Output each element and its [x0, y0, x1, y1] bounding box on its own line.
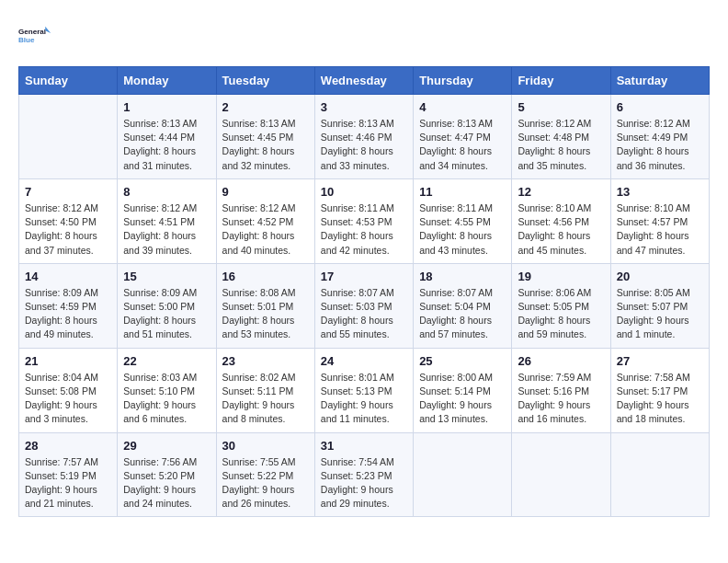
day-number: 2	[222, 100, 309, 114]
day-number: 17	[321, 270, 407, 283]
day-number: 26	[518, 354, 604, 368]
day-info: Sunrise: 8:10 AM Sunset: 4:56 PM Dayligh…	[518, 201, 604, 258]
day-info: Sunrise: 8:03 AM Sunset: 5:10 PM Dayligh…	[123, 371, 210, 427]
day-number: 15	[123, 270, 210, 283]
day-info: Sunrise: 7:54 AM Sunset: 5:23 PM Dayligh…	[321, 455, 407, 511]
day-number: 13	[617, 185, 703, 199]
weekday-header-monday: Monday	[118, 67, 216, 95]
weekday-header-wednesday: Wednesday	[314, 67, 413, 95]
day-number: 1	[123, 100, 210, 114]
weekday-header-friday: Friday	[512, 67, 610, 95]
calendar-week-row: 1Sunrise: 8:13 AM Sunset: 4:44 PM Daylig…	[19, 95, 710, 179]
day-info: Sunrise: 8:09 AM Sunset: 4:59 PM Dayligh…	[25, 286, 111, 342]
weekday-header-saturday: Saturday	[610, 67, 709, 95]
calendar-week-row: 21Sunrise: 8:04 AM Sunset: 5:08 PM Dayli…	[19, 348, 710, 432]
weekday-header-row: SundayMondayTuesdayWednesdayThursdayFrid…	[19, 67, 710, 95]
day-info: Sunrise: 8:07 AM Sunset: 5:04 PM Dayligh…	[419, 286, 506, 342]
calendar-cell: 15Sunrise: 8:09 AM Sunset: 5:00 PM Dayli…	[118, 263, 216, 348]
calendar-cell: 27Sunrise: 7:58 AM Sunset: 5:17 PM Dayli…	[610, 348, 709, 432]
calendar-cell: 23Sunrise: 8:02 AM Sunset: 5:11 PM Dayli…	[216, 348, 314, 432]
calendar-cell: 17Sunrise: 8:07 AM Sunset: 5:03 PM Dayli…	[314, 263, 413, 348]
day-number: 6	[617, 100, 703, 114]
day-number: 11	[419, 185, 506, 199]
calendar-cell: 28Sunrise: 7:57 AM Sunset: 5:19 PM Dayli…	[19, 432, 118, 517]
day-number: 20	[617, 270, 703, 283]
calendar-cell	[19, 95, 118, 179]
day-number: 23	[222, 354, 309, 368]
calendar-cell: 18Sunrise: 8:07 AM Sunset: 5:04 PM Dayli…	[414, 263, 512, 348]
calendar-cell: 25Sunrise: 8:00 AM Sunset: 5:14 PM Dayli…	[414, 348, 512, 432]
calendar-cell	[512, 432, 610, 517]
day-info: Sunrise: 7:57 AM Sunset: 5:19 PM Dayligh…	[25, 455, 111, 511]
calendar-table: SundayMondayTuesdayWednesdayThursdayFrid…	[18, 66, 710, 517]
day-info: Sunrise: 8:13 AM Sunset: 4:47 PM Dayligh…	[419, 117, 506, 173]
calendar-week-row: 28Sunrise: 7:57 AM Sunset: 5:19 PM Dayli…	[19, 432, 710, 517]
day-info: Sunrise: 8:11 AM Sunset: 4:53 PM Dayligh…	[321, 201, 407, 258]
calendar-cell: 9Sunrise: 8:12 AM Sunset: 4:52 PM Daylig…	[216, 178, 314, 263]
calendar-cell: 16Sunrise: 8:08 AM Sunset: 5:01 PM Dayli…	[216, 263, 314, 348]
day-info: Sunrise: 8:12 AM Sunset: 4:51 PM Dayligh…	[123, 201, 210, 258]
calendar-cell: 10Sunrise: 8:11 AM Sunset: 4:53 PM Dayli…	[314, 178, 413, 263]
day-number: 25	[419, 354, 506, 368]
calendar-cell: 5Sunrise: 8:12 AM Sunset: 4:48 PM Daylig…	[512, 95, 610, 179]
calendar-cell: 21Sunrise: 8:04 AM Sunset: 5:08 PM Dayli…	[19, 348, 118, 432]
calendar-cell: 19Sunrise: 8:06 AM Sunset: 5:05 PM Dayli…	[512, 263, 610, 348]
day-info: Sunrise: 8:00 AM Sunset: 5:14 PM Dayligh…	[419, 371, 506, 427]
calendar-cell: 8Sunrise: 8:12 AM Sunset: 4:51 PM Daylig…	[118, 178, 216, 263]
calendar-cell	[610, 432, 709, 517]
day-info: Sunrise: 7:56 AM Sunset: 5:20 PM Dayligh…	[123, 455, 210, 511]
calendar-cell	[414, 432, 512, 517]
logo-icon: GeneralBlue	[18, 18, 51, 52]
day-info: Sunrise: 7:59 AM Sunset: 5:16 PM Dayligh…	[518, 371, 604, 427]
calendar-cell: 14Sunrise: 8:09 AM Sunset: 4:59 PM Dayli…	[19, 263, 118, 348]
day-info: Sunrise: 8:12 AM Sunset: 4:50 PM Dayligh…	[25, 201, 111, 258]
calendar-cell: 2Sunrise: 8:13 AM Sunset: 4:45 PM Daylig…	[216, 95, 314, 179]
calendar-cell: 12Sunrise: 8:10 AM Sunset: 4:56 PM Dayli…	[512, 178, 610, 263]
day-info: Sunrise: 8:12 AM Sunset: 4:52 PM Dayligh…	[222, 201, 309, 258]
day-number: 8	[123, 185, 210, 199]
day-info: Sunrise: 8:06 AM Sunset: 5:05 PM Dayligh…	[518, 286, 604, 342]
calendar-cell: 7Sunrise: 8:12 AM Sunset: 4:50 PM Daylig…	[19, 178, 118, 263]
day-number: 14	[25, 270, 111, 283]
calendar-cell: 26Sunrise: 7:59 AM Sunset: 5:16 PM Dayli…	[512, 348, 610, 432]
day-number: 19	[518, 270, 604, 283]
calendar-cell: 30Sunrise: 7:55 AM Sunset: 5:22 PM Dayli…	[216, 432, 314, 517]
day-number: 31	[321, 439, 407, 453]
calendar-cell: 13Sunrise: 8:10 AM Sunset: 4:57 PM Dayli…	[610, 178, 709, 263]
day-info: Sunrise: 8:12 AM Sunset: 4:49 PM Dayligh…	[617, 117, 703, 173]
day-number: 10	[321, 185, 407, 199]
svg-marker-2	[45, 27, 51, 33]
day-info: Sunrise: 8:01 AM Sunset: 5:13 PM Dayligh…	[321, 371, 407, 427]
day-info: Sunrise: 8:10 AM Sunset: 4:57 PM Dayligh…	[617, 201, 703, 258]
day-number: 9	[222, 185, 309, 199]
day-number: 16	[222, 270, 309, 283]
svg-text:Blue: Blue	[18, 36, 35, 44]
calendar-cell: 4Sunrise: 8:13 AM Sunset: 4:47 PM Daylig…	[414, 95, 512, 179]
day-info: Sunrise: 7:58 AM Sunset: 5:17 PM Dayligh…	[617, 371, 703, 427]
calendar-cell: 20Sunrise: 8:05 AM Sunset: 5:07 PM Dayli…	[610, 263, 709, 348]
day-number: 28	[25, 439, 111, 453]
day-number: 21	[25, 354, 111, 368]
calendar-cell: 22Sunrise: 8:03 AM Sunset: 5:10 PM Dayli…	[118, 348, 216, 432]
day-info: Sunrise: 8:08 AM Sunset: 5:01 PM Dayligh…	[222, 286, 309, 342]
day-info: Sunrise: 8:07 AM Sunset: 5:03 PM Dayligh…	[321, 286, 407, 342]
page-header: GeneralBlue	[18, 18, 710, 52]
day-number: 12	[518, 185, 604, 199]
day-number: 29	[123, 439, 210, 453]
day-info: Sunrise: 8:12 AM Sunset: 4:48 PM Dayligh…	[518, 117, 604, 173]
day-info: Sunrise: 8:13 AM Sunset: 4:46 PM Dayligh…	[321, 117, 407, 173]
day-info: Sunrise: 7:55 AM Sunset: 5:22 PM Dayligh…	[222, 455, 309, 511]
calendar-week-row: 14Sunrise: 8:09 AM Sunset: 4:59 PM Dayli…	[19, 263, 710, 348]
day-number: 5	[518, 100, 604, 114]
day-info: Sunrise: 8:11 AM Sunset: 4:55 PM Dayligh…	[419, 201, 506, 258]
calendar-cell: 31Sunrise: 7:54 AM Sunset: 5:23 PM Dayli…	[314, 432, 413, 517]
weekday-header-sunday: Sunday	[19, 67, 118, 95]
day-number: 30	[222, 439, 309, 453]
day-info: Sunrise: 8:02 AM Sunset: 5:11 PM Dayligh…	[222, 371, 309, 427]
day-info: Sunrise: 8:13 AM Sunset: 4:44 PM Dayligh…	[123, 117, 210, 173]
calendar-cell: 1Sunrise: 8:13 AM Sunset: 4:44 PM Daylig…	[118, 95, 216, 179]
weekday-header-thursday: Thursday	[414, 67, 512, 95]
day-number: 22	[123, 354, 210, 368]
day-number: 27	[617, 354, 703, 368]
calendar-cell: 11Sunrise: 8:11 AM Sunset: 4:55 PM Dayli…	[414, 178, 512, 263]
